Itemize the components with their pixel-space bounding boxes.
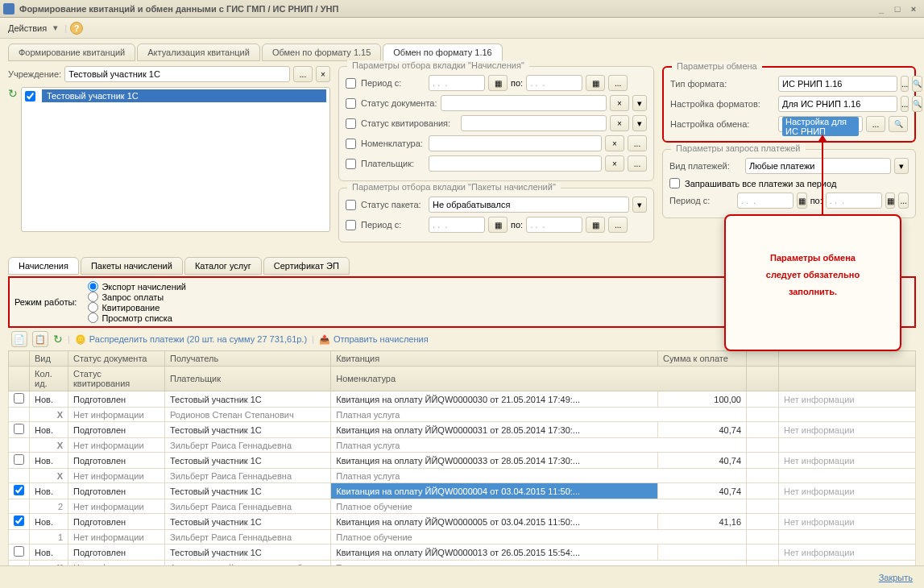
mode-option-1[interactable]: Запрос оплаты [88, 292, 186, 302]
exchange-settings-lens-icon[interactable] [889, 116, 908, 132]
actions-menu[interactable]: Действия [5, 22, 50, 35]
row-checkbox[interactable] [14, 393, 24, 404]
packet-status-combo[interactable] [429, 197, 629, 213]
maximize-button[interactable]: □ [890, 3, 905, 14]
nomenclature-enable-checkbox[interactable] [346, 139, 356, 149]
tree-item-checkbox[interactable] [25, 91, 35, 101]
minimize-button[interactable]: _ [874, 3, 889, 14]
row-checkbox[interactable] [14, 424, 24, 434]
table-row-sub: XНет информации Зильберт Раиса Геннадьев… [9, 469, 916, 483]
nomenclature-pick-button[interactable]: ... [628, 135, 647, 151]
close-window-button[interactable]: × [906, 3, 921, 14]
format-type-pick-button[interactable]: ... [901, 76, 909, 92]
table-row[interactable]: Нов.ПодготовленТестовый участник 1С Квит… [9, 453, 916, 469]
packet-status-checkbox[interactable] [346, 200, 356, 210]
sub-tab-3[interactable]: Сертификат ЭП [263, 257, 350, 275]
main-tab-1[interactable]: Актуализация квитанций [137, 43, 260, 61]
institution-clear-button[interactable]: × [316, 66, 330, 82]
payer-enable-checkbox[interactable] [346, 159, 356, 169]
period-enable-checkbox[interactable] [346, 78, 356, 89]
main-tab-2[interactable]: Обмен по формату 1.15 [262, 43, 381, 61]
mode-option-0[interactable]: Экспорт начислений [88, 281, 186, 292]
institution-label: Учреждение: [8, 69, 61, 79]
period-extra-button[interactable]: ... [608, 75, 628, 91]
sub-tab-2[interactable]: Каталог услуг [184, 257, 262, 275]
req-all-checkbox[interactable] [669, 178, 680, 188]
tree-item[interactable]: Тестовый участник 1С [42, 89, 326, 102]
main-tab-3[interactable]: Обмен по формату 1.16 [383, 43, 502, 61]
distribute-payments-button[interactable]: 🪙 Распределить платежи (20 шт. на сумму … [75, 334, 307, 345]
recstatus-combo[interactable] [461, 115, 607, 131]
table-row[interactable]: Нов.ПодготовленТестовый участник 1С Квит… [9, 422, 916, 438]
period-to-calendar-icon[interactable]: ▦ [586, 75, 605, 91]
format-type-input[interactable] [778, 76, 897, 92]
recstatus-dropdown-icon[interactable]: ▾ [632, 115, 647, 131]
packet-period-extra-button[interactable]: ... [608, 217, 628, 233]
nomenclature-input[interactable] [429, 135, 602, 151]
table-row[interactable]: Нов.ПодготовленТестовый участник 1С Квит… [9, 483, 916, 499]
help-icon[interactable]: ? [70, 22, 83, 35]
docstatus-enable-checkbox[interactable] [346, 98, 356, 109]
sub-tab-0[interactable]: Начисления [8, 257, 79, 275]
institution-pick-button[interactable]: ... [293, 66, 313, 82]
table-row-sub: 2Нет информации Зильберт Раиса Геннадьев… [9, 499, 916, 514]
docstatus-combo[interactable] [441, 95, 607, 111]
pay-from-input[interactable] [737, 193, 793, 209]
recstatus-clear-button[interactable]: × [610, 115, 629, 131]
exchange-group-title: Параметры обмена [672, 61, 762, 71]
accruals-group-title: Параметры отбора вкладки "Начисления" [347, 60, 529, 70]
packet-status-dropdown-icon[interactable]: ▾ [632, 197, 647, 213]
table-row[interactable]: Нов.ПодготовленТестовый участник 1С Квит… [9, 545, 916, 561]
packet-from-calendar-icon[interactable]: ▦ [488, 217, 508, 233]
payer-input[interactable] [429, 155, 602, 172]
mode-option-3[interactable]: Просмотр списка [88, 313, 186, 323]
docstatus-dropdown-icon[interactable]: ▾ [632, 95, 647, 111]
recstatus-enable-checkbox[interactable] [346, 118, 356, 129]
close-button[interactable]: Закрыть [879, 573, 913, 582]
format-type-lens-icon[interactable] [912, 76, 922, 92]
window-title: Формирование квитанций и обмен данными с… [19, 4, 872, 14]
nomenclature-clear-button[interactable]: × [605, 135, 624, 151]
pay-from-calendar-icon[interactable]: ▦ [797, 193, 807, 209]
period-to-input[interactable] [526, 75, 582, 91]
format-settings-input[interactable] [778, 96, 897, 112]
pay-type-dropdown-icon[interactable]: ▾ [894, 158, 909, 174]
exchange-settings-pick-button[interactable]: ... [866, 116, 885, 132]
row-checkbox[interactable] [14, 485, 24, 495]
institution-input[interactable] [64, 66, 290, 82]
mode-option-2[interactable]: Квитирование [88, 302, 186, 313]
pay-type-combo[interactable] [745, 158, 891, 174]
packet-to-input[interactable] [526, 217, 582, 233]
sub-tab-1[interactable]: Пакеты начислений [81, 257, 183, 275]
table-row[interactable]: Нов.ПодготовленТестовый участник 1С Квит… [9, 391, 916, 408]
table-row[interactable]: Нов.ПодготовленТестовый участник 1С Квит… [9, 514, 916, 530]
row-checkbox[interactable] [14, 454, 24, 465]
refresh-button[interactable]: ↻ [53, 333, 63, 346]
send-accruals-button[interactable]: 📤 Отправить начисления [319, 334, 429, 345]
period-from-input[interactable] [429, 75, 485, 91]
docstatus-clear-button[interactable]: × [610, 95, 629, 111]
format-settings-pick-button[interactable]: ... [901, 96, 909, 112]
payer-pick-button[interactable]: ... [628, 155, 647, 172]
exchange-settings-input[interactable]: Настройка для ИС РНИП [778, 116, 863, 132]
packet-from-input[interactable] [429, 217, 485, 233]
main-tab-0[interactable]: Формирование квитанций [8, 43, 135, 61]
pay-query-group-title: Параметры запроса платежей [671, 143, 806, 153]
institution-tree[interactable]: Тестовый участник 1С [21, 87, 330, 232]
format-settings-lens-icon[interactable] [912, 96, 922, 112]
accruals-grid[interactable]: Вид Статус документа Получатель Квитанци… [8, 350, 916, 575]
row-checkbox[interactable] [14, 516, 24, 526]
top-toolbar: Действия ▾ | ? [0, 18, 924, 39]
period-from-calendar-icon[interactable]: ▦ [488, 75, 508, 91]
packet-period-checkbox[interactable] [346, 220, 356, 230]
pay-period-extra-button[interactable]: ... [898, 193, 909, 209]
row-checkbox[interactable] [14, 546, 24, 557]
actions-dropdown-icon[interactable]: ▾ [53, 23, 61, 33]
refresh-tree-icon[interactable]: ↻ [8, 87, 18, 232]
payer-clear-button[interactable]: × [605, 155, 624, 172]
packet-to-calendar-icon[interactable]: ▦ [586, 217, 605, 233]
pay-to-input[interactable] [826, 193, 882, 209]
toolbar-icon-1[interactable]: 📄 [11, 331, 27, 347]
pay-to-calendar-icon[interactable]: ▦ [885, 193, 896, 209]
toolbar-icon-2[interactable]: 📋 [32, 331, 48, 347]
